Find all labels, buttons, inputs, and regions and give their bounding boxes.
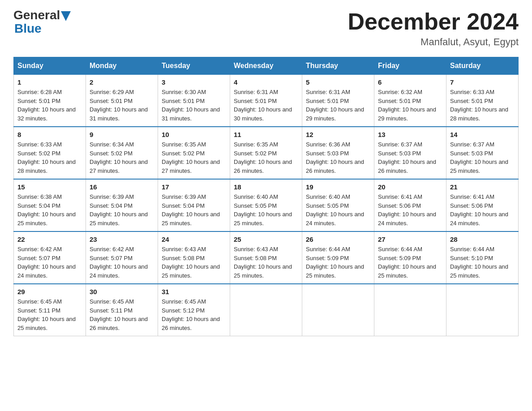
day-info: Sunrise: 6:45 AM Sunset: 5:11 PM Dayligh… [90, 297, 154, 332]
day-number: 30 [90, 288, 154, 295]
day-number: 21 [450, 183, 515, 191]
day-header-friday: Friday [374, 57, 446, 75]
day-number: 9 [90, 131, 154, 138]
calendar-cell: 30 Sunrise: 6:45 AM Sunset: 5:11 PM Dayl… [86, 284, 158, 336]
day-number: 3 [162, 78, 226, 86]
day-number: 19 [306, 183, 370, 191]
calendar-cell: 24 Sunrise: 6:43 AM Sunset: 5:08 PM Dayl… [158, 231, 230, 284]
day-info: Sunrise: 6:39 AM Sunset: 5:04 PM Dayligh… [162, 193, 226, 227]
calendar-cell: 19 Sunrise: 6:40 AM Sunset: 5:05 PM Dayl… [302, 179, 374, 231]
day-number: 22 [17, 235, 82, 243]
day-number: 11 [234, 131, 298, 138]
calendar-cell: 16 Sunrise: 6:39 AM Sunset: 5:04 PM Dayl… [86, 179, 158, 231]
day-info: Sunrise: 6:34 AM Sunset: 5:02 PM Dayligh… [90, 140, 154, 175]
day-info: Sunrise: 6:44 AM Sunset: 5:10 PM Dayligh… [450, 245, 515, 280]
calendar-cell: 22 Sunrise: 6:42 AM Sunset: 5:07 PM Dayl… [14, 231, 86, 284]
calendar-cell: 28 Sunrise: 6:44 AM Sunset: 5:10 PM Dayl… [446, 231, 519, 284]
calendar-cell: 27 Sunrise: 6:44 AM Sunset: 5:09 PM Dayl… [374, 231, 446, 284]
day-info: Sunrise: 6:42 AM Sunset: 5:07 PM Dayligh… [90, 245, 154, 280]
calendar-cell: 13 Sunrise: 6:37 AM Sunset: 5:03 PM Dayl… [374, 127, 446, 179]
calendar-week-row: 1 Sunrise: 6:28 AM Sunset: 5:01 PM Dayli… [14, 75, 519, 127]
calendar-cell: 14 Sunrise: 6:37 AM Sunset: 5:03 PM Dayl… [446, 127, 519, 179]
calendar-cell: 5 Sunrise: 6:31 AM Sunset: 5:01 PM Dayli… [302, 75, 374, 127]
day-number: 8 [17, 131, 82, 138]
calendar-week-row: 29 Sunrise: 6:45 AM Sunset: 5:11 PM Dayl… [14, 284, 519, 336]
day-info: Sunrise: 6:35 AM Sunset: 5:02 PM Dayligh… [162, 140, 226, 175]
calendar-cell: 31 Sunrise: 6:45 AM Sunset: 5:12 PM Dayl… [158, 284, 230, 336]
logo-triangle-icon [61, 11, 71, 21]
calendar-week-row: 22 Sunrise: 6:42 AM Sunset: 5:07 PM Dayl… [14, 231, 519, 284]
calendar-cell: 1 Sunrise: 6:28 AM Sunset: 5:01 PM Dayli… [14, 75, 86, 127]
calendar-cell: 23 Sunrise: 6:42 AM Sunset: 5:07 PM Dayl… [86, 231, 158, 284]
day-info: Sunrise: 6:31 AM Sunset: 5:01 PM Dayligh… [306, 88, 370, 123]
day-number: 10 [162, 131, 226, 138]
day-number: 13 [378, 131, 442, 138]
day-info: Sunrise: 6:31 AM Sunset: 5:01 PM Dayligh… [234, 88, 298, 123]
day-number: 23 [90, 235, 154, 243]
calendar-cell: 25 Sunrise: 6:43 AM Sunset: 5:08 PM Dayl… [230, 231, 302, 284]
day-number: 24 [162, 235, 226, 243]
title-section: December 2024 Manfalut, Asyut, Egypt [348, 9, 519, 48]
logo-general: General [13, 9, 60, 21]
day-number: 12 [306, 131, 370, 138]
day-header-tuesday: Tuesday [158, 57, 230, 75]
day-info: Sunrise: 6:40 AM Sunset: 5:05 PM Dayligh… [234, 193, 298, 227]
calendar-cell: 4 Sunrise: 6:31 AM Sunset: 5:01 PM Dayli… [230, 75, 302, 127]
day-info: Sunrise: 6:43 AM Sunset: 5:08 PM Dayligh… [234, 245, 298, 280]
day-info: Sunrise: 6:39 AM Sunset: 5:04 PM Dayligh… [90, 193, 154, 227]
day-number: 18 [234, 183, 298, 191]
calendar-cell: 7 Sunrise: 6:33 AM Sunset: 5:01 PM Dayli… [446, 75, 519, 127]
day-number: 28 [450, 235, 515, 243]
day-info: Sunrise: 6:44 AM Sunset: 5:09 PM Dayligh… [378, 245, 442, 280]
calendar-header-row: SundayMondayTuesdayWednesdayThursdayFrid… [14, 57, 519, 75]
day-info: Sunrise: 6:33 AM Sunset: 5:02 PM Dayligh… [17, 140, 82, 175]
month-year-title: December 2024 [348, 9, 519, 34]
calendar-cell: 11 Sunrise: 6:35 AM Sunset: 5:02 PM Dayl… [230, 127, 302, 179]
day-info: Sunrise: 6:42 AM Sunset: 5:07 PM Dayligh… [17, 245, 82, 280]
day-info: Sunrise: 6:38 AM Sunset: 5:04 PM Dayligh… [17, 193, 82, 227]
day-number: 7 [450, 78, 515, 86]
day-number: 17 [162, 183, 226, 191]
day-info: Sunrise: 6:36 AM Sunset: 5:03 PM Dayligh… [306, 140, 370, 175]
calendar-cell: 10 Sunrise: 6:35 AM Sunset: 5:02 PM Dayl… [158, 127, 230, 179]
calendar-cell: 9 Sunrise: 6:34 AM Sunset: 5:02 PM Dayli… [86, 127, 158, 179]
day-info: Sunrise: 6:35 AM Sunset: 5:02 PM Dayligh… [234, 140, 298, 175]
day-header-saturday: Saturday [446, 57, 519, 75]
day-info: Sunrise: 6:41 AM Sunset: 5:06 PM Dayligh… [450, 193, 515, 227]
calendar-cell: 8 Sunrise: 6:33 AM Sunset: 5:02 PM Dayli… [14, 127, 86, 179]
day-number: 1 [17, 78, 82, 86]
calendar-week-row: 15 Sunrise: 6:38 AM Sunset: 5:04 PM Dayl… [14, 179, 519, 231]
calendar-table: SundayMondayTuesdayWednesdayThursdayFrid… [13, 57, 519, 336]
day-info: Sunrise: 6:30 AM Sunset: 5:01 PM Dayligh… [162, 88, 226, 123]
calendar-cell: 21 Sunrise: 6:41 AM Sunset: 5:06 PM Dayl… [446, 179, 519, 231]
day-number: 6 [378, 78, 442, 86]
day-number: 20 [378, 183, 442, 191]
day-number: 25 [234, 235, 298, 243]
calendar-week-row: 8 Sunrise: 6:33 AM Sunset: 5:02 PM Dayli… [14, 127, 519, 179]
day-info: Sunrise: 6:40 AM Sunset: 5:05 PM Dayligh… [306, 193, 370, 227]
day-info: Sunrise: 6:45 AM Sunset: 5:11 PM Dayligh… [17, 297, 82, 332]
calendar-cell: 18 Sunrise: 6:40 AM Sunset: 5:05 PM Dayl… [230, 179, 302, 231]
day-number: 5 [306, 78, 370, 86]
day-number: 31 [162, 288, 226, 295]
day-number: 4 [234, 78, 298, 86]
day-number: 27 [378, 235, 442, 243]
day-info: Sunrise: 6:44 AM Sunset: 5:09 PM Dayligh… [306, 245, 370, 280]
day-info: Sunrise: 6:29 AM Sunset: 5:01 PM Dayligh… [90, 88, 154, 123]
calendar-cell: 2 Sunrise: 6:29 AM Sunset: 5:01 PM Dayli… [86, 75, 158, 127]
calendar-cell [446, 284, 519, 336]
calendar-cell [302, 284, 374, 336]
calendar-cell: 12 Sunrise: 6:36 AM Sunset: 5:03 PM Dayl… [302, 127, 374, 179]
day-header-wednesday: Wednesday [230, 57, 302, 75]
logo-blue: Blue [14, 21, 71, 36]
day-info: Sunrise: 6:37 AM Sunset: 5:03 PM Dayligh… [378, 140, 442, 175]
calendar-cell: 3 Sunrise: 6:30 AM Sunset: 5:01 PM Dayli… [158, 75, 230, 127]
day-info: Sunrise: 6:45 AM Sunset: 5:12 PM Dayligh… [162, 297, 226, 332]
calendar-cell: 17 Sunrise: 6:39 AM Sunset: 5:04 PM Dayl… [158, 179, 230, 231]
day-header-monday: Monday [86, 57, 158, 75]
svg-marker-0 [61, 11, 71, 21]
day-info: Sunrise: 6:43 AM Sunset: 5:08 PM Dayligh… [162, 245, 226, 280]
calendar-cell: 29 Sunrise: 6:45 AM Sunset: 5:11 PM Dayl… [14, 284, 86, 336]
day-info: Sunrise: 6:37 AM Sunset: 5:03 PM Dayligh… [450, 140, 515, 175]
day-number: 26 [306, 235, 370, 243]
